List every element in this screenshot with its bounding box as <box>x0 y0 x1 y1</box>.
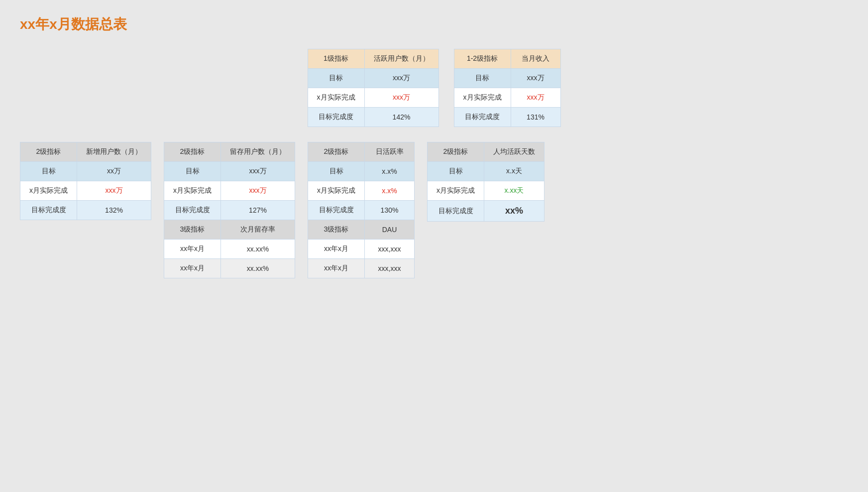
top-table1-header2: 活跃用户数（月） <box>364 49 438 69</box>
top-table2-row1-col1: 目标 <box>454 69 511 88</box>
top-table1-row3-col1: 目标完成度 <box>308 108 364 127</box>
top-table2: 1-2级指标 当月收入 目标 xxx万 x月实际完成 xxx万 目标完成度 13… <box>454 49 561 127</box>
top-table1-row1-col2: xxx万 <box>364 69 438 88</box>
bottom-table1-row2-col1: x月实际完成 <box>20 181 77 201</box>
bottom-table2-l2r2-col1: x月实际完成 <box>164 181 221 201</box>
page-title: xx年x月数据总表 <box>20 15 848 34</box>
bottom-table3-l3h1: 3级指标 <box>308 220 365 240</box>
bottom-table3-l3r2-col2: xxx,xxx <box>365 259 415 278</box>
bottom-table3-l3r1-col1: xx年x月 <box>308 240 365 259</box>
bottom-table4-row2-col2: x.xx天 <box>484 181 544 201</box>
bottom-table4: 2级指标 人均活跃天数 目标 x.x天 x月实际完成 x.xx天 目标完成度 x… <box>427 142 544 222</box>
bottom-table3-l3r2-col1: xx年x月 <box>308 259 365 278</box>
bottom-table4-row1-col1: 目标 <box>428 162 484 181</box>
top-section: 1级指标 活跃用户数（月） 目标 xxx万 x月实际完成 xxx万 目标完成度 … <box>20 49 848 127</box>
top-table1: 1级指标 活跃用户数（月） 目标 xxx万 x月实际完成 xxx万 目标完成度 … <box>308 49 439 127</box>
top-table1-row2-col2: xxx万 <box>364 88 438 108</box>
top-table1-row3-col2: 142% <box>364 108 438 127</box>
top-table2-row3-col2: 131% <box>511 108 560 127</box>
bottom-table3-l3h2: DAU <box>365 220 415 240</box>
bottom-table1-header2: 新增用户数（月） <box>77 142 151 162</box>
bottom-table1-row3-col1: 目标完成度 <box>20 201 77 220</box>
bottom-table2-l3h1: 3级指标 <box>164 220 221 240</box>
top-table1-row2-col1: x月实际完成 <box>308 88 364 108</box>
bottom-table3-l2r1-col2: x.x% <box>365 162 415 181</box>
bottom-table4-row2-col1: x月实际完成 <box>428 181 484 201</box>
bottom-table2-l2r2-col2: xxx万 <box>221 181 295 201</box>
bottom-table1-row1-col2: xx万 <box>77 162 151 181</box>
bottom-table3-l2r2-col2: x.x% <box>365 181 415 201</box>
bottom-table2-l3h2: 次月留存率 <box>221 220 295 240</box>
bottom-table2-l3r1-col2: xx.xx% <box>221 240 295 259</box>
top-table2-header2: 当月收入 <box>511 49 560 69</box>
bottom-table2-header1: 2级指标 <box>164 142 221 162</box>
bottom-table3-l2r2-col1: x月实际完成 <box>308 181 365 201</box>
bottom-table1-row3-col2: 132% <box>77 201 151 220</box>
bottom-table2-l2r3-col1: 目标完成度 <box>164 201 221 220</box>
bottom-table3-l2r3-col2: 130% <box>365 201 415 220</box>
bottom-table3-l2r1-col1: 目标 <box>308 162 365 181</box>
bottom-table1-row2-col2: xxx万 <box>77 181 151 201</box>
top-table2-row1-col2: xxx万 <box>511 69 560 88</box>
top-table2-header1: 1-2级指标 <box>454 49 511 69</box>
top-table1-row1-col1: 目标 <box>308 69 364 88</box>
bottom-table4-row1-col2: x.x天 <box>484 162 544 181</box>
bottom-table3-header1: 2级指标 <box>308 142 365 162</box>
bottom-table2-header2: 留存用户数（月） <box>221 142 295 162</box>
bottom-table2-l3r2-col1: xx年x月 <box>164 259 221 278</box>
top-table2-row2-col1: x月实际完成 <box>454 88 511 108</box>
bottom-table4-header2: 人均活跃天数 <box>484 142 544 162</box>
top-table1-header1: 1级指标 <box>308 49 364 69</box>
top-table2-row3-col1: 目标完成度 <box>454 108 511 127</box>
bottom-table3-header2: 日活跃率 <box>365 142 415 162</box>
bottom-table1-header1: 2级指标 <box>20 142 77 162</box>
bottom-table3-l2r3-col1: 目标完成度 <box>308 201 365 220</box>
top-table2-row2-col2: xxx万 <box>511 88 560 108</box>
bottom-table4-row3-col2: xx% <box>484 201 544 222</box>
bottom-table2-l2r1-col2: xxx万 <box>221 162 295 181</box>
bottom-table4-header1: 2级指标 <box>428 142 484 162</box>
bottom-table2-l3r1-col1: xx年x月 <box>164 240 221 259</box>
bottom-table1-row1-col1: 目标 <box>20 162 77 181</box>
bottom-section: 2级指标 新增用户数（月） 目标 xx万 x月实际完成 xxx万 目标完成度 1… <box>20 142 848 278</box>
bottom-table4-row3-col1: 目标完成度 <box>428 201 484 222</box>
bottom-table2-l3r2-col2: xx.xx% <box>221 259 295 278</box>
bottom-table2-l2r3-col2: 127% <box>221 201 295 220</box>
bottom-table2-l2r1-col1: 目标 <box>164 162 221 181</box>
bottom-table3: 2级指标 日活跃率 目标 x.x% x月实际完成 x.x% 目标完成度 130%… <box>308 142 415 278</box>
bottom-table2: 2级指标 留存用户数（月） 目标 xxx万 x月实际完成 xxx万 目标完成度 … <box>164 142 295 278</box>
bottom-table3-l3r1-col2: xxx,xxx <box>365 240 415 259</box>
bottom-table1: 2级指标 新增用户数（月） 目标 xx万 x月实际完成 xxx万 目标完成度 1… <box>20 142 151 220</box>
